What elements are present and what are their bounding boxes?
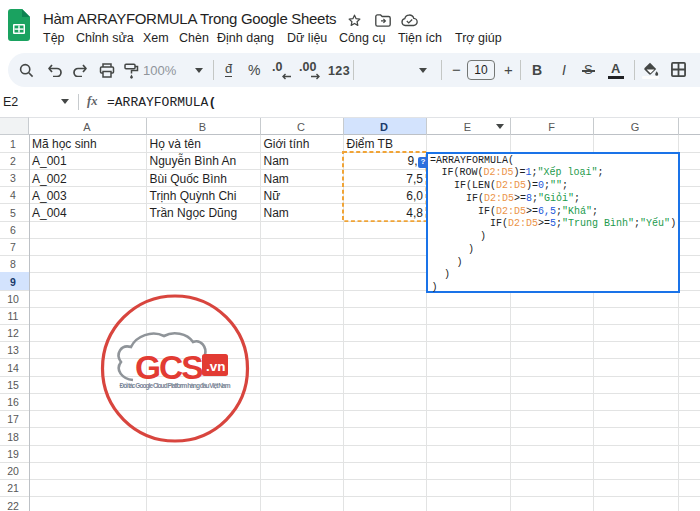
svg-text:Đối tác Google Cloud Platform: Đối tác Google Cloud Platform hàng đầu V… xyxy=(120,381,231,390)
svg-text:.vn: .vn xyxy=(206,359,226,374)
svg-text:GCS: GCS xyxy=(135,349,203,386)
